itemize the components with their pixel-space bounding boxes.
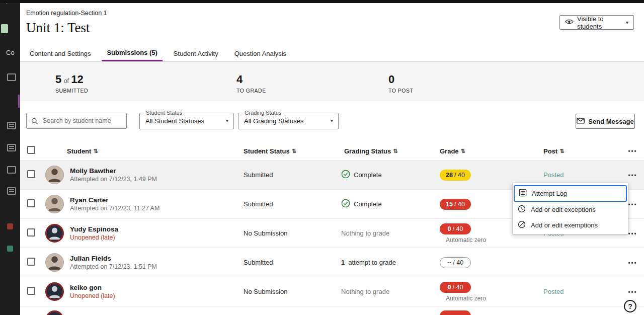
row-menu-button[interactable]: ⋯ <box>628 258 637 268</box>
column-student-label: Student <box>67 147 91 155</box>
grading-status-value: attempt to grade <box>348 259 396 266</box>
avatar <box>45 224 64 243</box>
student-name[interactable]: Ryan Carter <box>70 196 159 204</box>
attempt-info: Attempted on 7/12/23, 1:51 PM <box>70 263 157 270</box>
send-message-button[interactable]: Send Message <box>576 114 635 129</box>
table-menu-button[interactable]: ⋯ <box>628 145 637 156</box>
student-name[interactable]: Yudy Espinosa <box>70 225 118 233</box>
automatic-zero-note: Automatic zero <box>440 237 486 244</box>
column-student[interactable]: Student ⇅ <box>45 147 244 155</box>
sort-icon: ⇅ <box>93 148 98 154</box>
stat-to-post-label: TO POST <box>388 88 413 94</box>
tab-submissions[interactable]: Submissions (5) <box>102 45 162 61</box>
row-checkbox[interactable] <box>27 258 35 266</box>
rail-teal-badge <box>7 246 13 252</box>
row-checkbox[interactable] <box>27 170 35 178</box>
tab-student-activity[interactable]: Student Activity <box>169 45 223 61</box>
grading-status-value: Complete <box>354 171 382 179</box>
row-checkbox[interactable] <box>27 287 35 295</box>
sort-icon: ⇅ <box>461 148 465 154</box>
tab-question-analysis[interactable]: Question Analysis <box>229 45 291 61</box>
attempt-info: Unopened (late) <box>70 234 118 241</box>
stat-submitted: 5 of 12 SUBMITTED <box>55 73 88 94</box>
stat-to-post: 0 TO POST <box>388 73 413 94</box>
sort-icon: ⇅ <box>559 148 564 154</box>
attempt-info: Attempted on 7/12/23, 11:27 AM <box>70 205 159 212</box>
rail-document-icon <box>7 73 16 81</box>
table-header: Student ⇅ Student Status ⇅ Grading Statu… <box>20 142 644 160</box>
menu-item-label: Add or edit exemptions <box>531 221 598 229</box>
row-context-menu: Attempt Log Add or edit exceptions Add o… <box>512 183 628 234</box>
grade-pill[interactable]: --/ 40 <box>440 257 471 268</box>
avatar <box>45 195 64 213</box>
search-input[interactable] <box>27 113 126 128</box>
menu-item-add-exceptions[interactable]: Add or edit exceptions <box>513 202 628 217</box>
grade-pill[interactable]: 0/ 40 <box>440 223 471 234</box>
row-menu-button[interactable]: ⋯ <box>628 199 637 209</box>
chevron-down-icon: ▾ <box>226 118 228 123</box>
student-status-filter-value: All Student Statuses <box>145 117 204 125</box>
student-status-value: Submitted <box>244 200 341 208</box>
rail-menu-icon <box>7 144 16 151</box>
row-menu-button[interactable]: ⋯ <box>628 287 637 297</box>
attempt-info: Attempted on 7/12/23, 1:49 PM <box>70 176 157 183</box>
chevron-down-icon: ▾ <box>626 20 628 25</box>
column-student-status[interactable]: Student Status ⇅ <box>244 147 341 155</box>
grade-pill[interactable] <box>440 310 471 315</box>
stats-band: 5 of 12 SUBMITTED 4 TO GRADE 0 TO POST <box>20 62 644 101</box>
table-row-julian-fields: Julian Fields Attempted on 7/12/23, 1:51… <box>20 248 644 277</box>
stat-submitted-label: SUBMITTED <box>55 88 88 94</box>
grade-pill[interactable]: 28/ 40 <box>440 170 471 181</box>
avatar <box>45 282 64 301</box>
stat-submitted-of: of <box>64 77 69 85</box>
student-name[interactable]: Julian Fields <box>70 255 157 262</box>
select-all-checkbox[interactable] <box>27 146 35 154</box>
visibility-dropdown[interactable]: Visible to students ▾ <box>559 15 634 30</box>
row-checkbox[interactable] <box>27 199 35 207</box>
column-grading-status[interactable]: Grading Status ⇅ <box>341 147 440 155</box>
attempt-log-icon <box>519 189 527 198</box>
menu-item-attempt-log[interactable]: Attempt Log <box>515 186 626 201</box>
tab-content-and-settings[interactable]: Content and Settings <box>25 45 96 61</box>
row-menu-button[interactable]: ⋯ <box>628 170 637 180</box>
student-search <box>26 113 127 129</box>
column-post[interactable]: Post ⇅ <box>535 147 621 155</box>
grade-pill[interactable]: 15/ 40 <box>440 199 471 210</box>
check-circle-icon <box>341 199 350 209</box>
envelope-icon <box>577 118 585 125</box>
avatar <box>45 166 64 184</box>
grading-status-value: Nothing to grade <box>341 229 389 237</box>
window-top-strip <box>0 0 644 3</box>
column-grade[interactable]: Grade ⇅ <box>440 147 535 155</box>
column-grade-label: Grade <box>440 147 459 155</box>
table-row-keiko-gon: keiko gon Unopened (late) No Submission … <box>20 277 644 306</box>
rail-grid-icon <box>7 166 16 174</box>
student-status-value: No Submission <box>244 288 341 295</box>
menu-item-add-exemptions[interactable]: Add or edit exemptions <box>513 217 628 233</box>
row-menu-button[interactable]: ⋯ <box>628 228 637 239</box>
tab-bar: Content and Settings Submissions (5) Stu… <box>20 45 644 62</box>
help-button[interactable]: ? <box>624 300 636 312</box>
automatic-zero-note: Automatic zero <box>440 295 486 302</box>
clock-icon <box>518 205 526 214</box>
row-checkbox[interactable] <box>27 228 35 237</box>
column-grading-status-label: Grading Status <box>344 147 391 155</box>
grading-status-filter[interactable]: Grading Status All Grading Statuses ▾ <box>238 113 339 129</box>
student-name[interactable]: keiko gon <box>70 284 115 291</box>
table-row-partial <box>20 306 644 315</box>
grading-status-value: Nothing to grade <box>341 288 389 295</box>
column-post-label: Post <box>543 147 557 155</box>
attempt-info: Unopened (late) <box>70 292 115 299</box>
eye-icon <box>565 19 574 26</box>
rail-purple-indicator <box>18 95 20 108</box>
rail-green-fragment <box>1 24 8 33</box>
grade-pill[interactable]: 0/ 40 <box>440 282 471 293</box>
student-status-filter[interactable]: Student Status All Student Statuses ▾ <box>139 113 234 129</box>
student-status-filter-label: Student Status <box>144 110 184 116</box>
grading-status-filter-value: All Grading Statuses <box>244 117 304 125</box>
student-status-value: Submitted <box>244 171 341 179</box>
sort-icon: ⇅ <box>393 148 397 154</box>
check-circle-icon <box>341 170 350 180</box>
avatar <box>45 253 64 272</box>
student-name[interactable]: Molly Bawther <box>70 167 157 175</box>
